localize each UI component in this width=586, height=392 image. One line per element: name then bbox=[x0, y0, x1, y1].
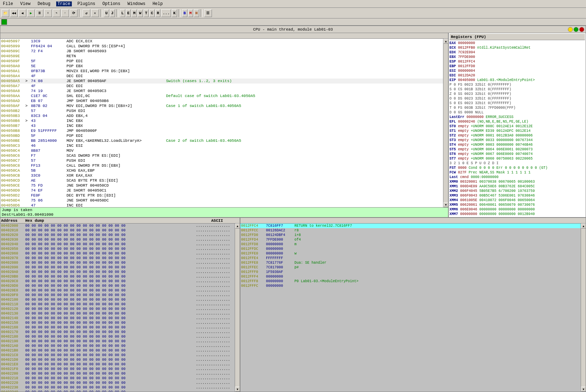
memory-row[interactable]: 004020E000 00 00 00 00 00 00 00 00 00 00… bbox=[0, 288, 235, 293]
toolbar-rewind-btn[interactable]: ◀◀ bbox=[10, 9, 18, 17]
disasm-row[interactable]: 004050AF>8B7B 02MOV EDI,DWORD PTR DS:[EB… bbox=[0, 103, 443, 108]
memory-scrollbar[interactable]: ▲ ▼ bbox=[235, 224, 240, 392]
memory-row[interactable]: 0040206000 00 00 00 00 00 00 00 00 00 00… bbox=[0, 251, 235, 256]
toolbar-h-btn[interactable]: H bbox=[194, 9, 199, 17]
toolbar-list-btn[interactable]: ☰ bbox=[204, 9, 212, 17]
window-btn-minimize[interactable] bbox=[568, 27, 573, 32]
memory-rows[interactable]: 0040200000 00 00 00 00 00 00 00 00 00 00… bbox=[0, 224, 235, 392]
memory-row[interactable]: 0040222000 00 00 00 00 00 00 00 00 00 00… bbox=[0, 381, 235, 385]
stack-row[interactable]: 0012FFD000124DBF4i+8 bbox=[240, 233, 581, 237]
disasm-row[interactable]: 00405097 13C9ADC ECX,ECX bbox=[0, 39, 443, 44]
disasm-row[interactable]: 004050CD AESCAS BYTE PTR ES:[EDI] bbox=[0, 178, 443, 183]
memory-row[interactable]: 0040203000 00 00 00 00 00 00 00 00 00 00… bbox=[0, 237, 235, 242]
memory-row[interactable]: 004021B000 00 00 00 00 00 00 00 00 00 00… bbox=[0, 348, 235, 353]
disasm-row[interactable]: 004050B3 83C3 04ADD EBX,4 bbox=[0, 113, 443, 118]
stack-row[interactable]: 0012FFF01F5930AF bbox=[240, 270, 581, 274]
memory-row[interactable]: 004020F000 00 00 00 00 00 00 00 00 00 00… bbox=[0, 293, 235, 297]
memory-row[interactable]: 0040210000 00 00 00 00 00 00 00 00 00 00… bbox=[0, 297, 235, 302]
disasm-row[interactable]: 004050A5>74 08JE SHORT 004050AFSwitch (c… bbox=[0, 79, 443, 84]
disasm-row[interactable]: 004050C3 46INC ESI bbox=[0, 143, 443, 148]
menu-trace[interactable]: Trace bbox=[56, 1, 72, 6]
memory-row[interactable]: 004021F000 00 00 00 00 00 00 00 00 00 00… bbox=[0, 367, 235, 371]
menu-windows[interactable]: Windows bbox=[126, 1, 147, 6]
toolbar-b-btn[interactable]: B bbox=[182, 9, 187, 17]
disasm-row[interactable]: 004050BD 5FPOP EDI bbox=[0, 133, 443, 138]
disasm-row[interactable]: 004050C8 FF13CALL DWORD PTR DS:[EBX] bbox=[0, 163, 443, 168]
memory-row[interactable]: 004021E000 00 00 00 00 00 00 00 00 00 00… bbox=[0, 362, 235, 367]
memory-row[interactable]: 0040211000 00 00 00 00 00 00 00 00 00 00… bbox=[0, 302, 235, 307]
memory-row[interactable]: 0040208000 00 00 00 00 00 00 00 00 00 00… bbox=[0, 261, 235, 265]
disasm-row[interactable]: 004050B8 E9 51FFFFFFJMP 00405000F bbox=[0, 128, 443, 133]
toolbar-step-out-btn[interactable]: ↑ bbox=[61, 9, 69, 17]
disasm-row[interactable]: 004050CA 5BXCHG EAX,EBP bbox=[0, 168, 443, 173]
disasm-row[interactable]: 004050AA C1E7 0CSHL EDI,0CDefault case o… bbox=[0, 93, 443, 98]
disasm-row[interactable]: 004050CE 75 FDJNE SHORT 004050CD bbox=[0, 183, 443, 188]
memory-row[interactable]: 0040200000 00 00 00 00 00 00 00 00 00 00… bbox=[0, 224, 235, 228]
disasm-row[interactable]: 004050A1 0FB73BMOVZX EDI,WORD PTR DS:[EB… bbox=[0, 69, 443, 74]
memory-row[interactable]: 0040205000 00 00 00 00 00 00 00 00 00 00… bbox=[0, 247, 235, 251]
toolbar-u-btn[interactable]: U bbox=[104, 9, 109, 17]
toolbar-c-btn[interactable]: C bbox=[149, 9, 155, 17]
disasm-row[interactable]: 0040509F 5FPOP EDI bbox=[0, 59, 443, 64]
stack-row[interactable]: 0012FFD47FFDE000of4 bbox=[240, 237, 581, 242]
disasm-row[interactable]: 0040509E RETN bbox=[0, 54, 443, 59]
mem-scroll-thumb[interactable] bbox=[235, 229, 240, 387]
stack-row[interactable]: 0012FFF800000000P0 Lab01-03.<ModuleEntry… bbox=[240, 279, 581, 284]
disasm-row[interactable]: 004050A4 4FDEC EDI bbox=[0, 74, 443, 79]
toolbar-close-btn[interactable]: ✕ bbox=[91, 9, 99, 17]
mem-scroll-up[interactable]: ▲ bbox=[235, 224, 240, 229]
stack-row[interactable]: 0012FFF400000000 bbox=[240, 274, 581, 279]
menu-debug[interactable]: Debug bbox=[36, 1, 52, 6]
stack-row[interactable]: 0012FFE000000000w bbox=[240, 251, 581, 256]
disasm-row[interactable]: 004050BE BB 28514000MOV EBX,<&KERNEL32.L… bbox=[0, 138, 443, 143]
disasm-row[interactable]: 004050A0 5EPOP EBX bbox=[0, 64, 443, 69]
disasm-row[interactable]: 004050B6>43INC EBX bbox=[0, 118, 443, 123]
memory-row[interactable]: 004020A000 00 00 00 00 00 00 00 00 00 00… bbox=[0, 270, 235, 274]
toolbar-pause-btn[interactable]: ⏸ bbox=[36, 9, 43, 17]
disasm-row[interactable]: 004050D0 74 EFJE SHORT 004050C1 bbox=[0, 188, 443, 193]
disasm-row[interactable]: 004050B7 43INC EBX bbox=[0, 123, 443, 128]
toolbar-open-btn[interactable]: 📁 bbox=[1, 9, 9, 17]
toolbar-k-btn[interactable]: K bbox=[172, 9, 177, 17]
memory-row[interactable]: 0040220000 00 00 00 00 00 00 00 00 00 00… bbox=[0, 371, 235, 376]
stack-row[interactable]: 0012FFE87C81776FDua: SE handler bbox=[240, 261, 581, 265]
toolbar-step-into-btn[interactable]: ⬇️ bbox=[44, 9, 52, 17]
toolbar-step-over-btn[interactable]: ↷ bbox=[53, 9, 60, 17]
toolbar-t-btn[interactable]: T bbox=[144, 9, 149, 17]
disasm-scroll-down[interactable]: ▼ bbox=[443, 202, 448, 207]
toolbar-w-btn[interactable]: W bbox=[138, 9, 143, 17]
disasm-row[interactable]: 004050D6 47INC EDI bbox=[0, 203, 443, 207]
memory-row[interactable]: 004021D000 00 00 00 00 00 00 00 00 00 00… bbox=[0, 358, 235, 362]
memory-row[interactable]: 0040212000 00 00 00 00 00 00 00 00 00 00… bbox=[0, 307, 235, 311]
stack-scroll-up[interactable]: ▲ bbox=[581, 224, 586, 229]
toolbar-back-btn[interactable]: ◀ bbox=[18, 9, 26, 17]
disasm-row[interactable]: 004050C4 8B87MOV bbox=[0, 148, 443, 153]
memory-row[interactable]: 004020B000 00 00 00 00 00 00 00 00 00 00… bbox=[0, 274, 235, 279]
stack-row[interactable]: 0012FFDC00000000 bbox=[240, 247, 581, 251]
disasm-row[interactable]: 004050AD EB 07JMP SHORT 004050B6 bbox=[0, 98, 443, 103]
memory-row[interactable]: 0040207000 00 00 00 00 00 00 00 00 00 00… bbox=[0, 256, 235, 261]
memory-row[interactable]: 0040217000 00 00 00 00 00 00 00 00 00 00… bbox=[0, 330, 235, 334]
toolbar-m-btn[interactable]: M bbox=[132, 9, 137, 17]
toolbar-animate-btn[interactable]: ⟳ bbox=[70, 9, 78, 17]
stack-scroll-down[interactable]: ▼ bbox=[581, 387, 586, 392]
stack-rows[interactable]: 0012FFC47C816FF7RETURN to kernel32.7C816… bbox=[240, 224, 581, 392]
disasm-scroll-up[interactable]: ▲ bbox=[443, 39, 448, 44]
stack-row[interactable]: 0012FFFC00000000 bbox=[240, 284, 581, 288]
stack-row[interactable]: 0012FFD800000000m bbox=[240, 242, 581, 247]
memory-row[interactable]: 0040201000 00 00 00 00 00 00 00 00 00 00… bbox=[0, 228, 235, 233]
disasm-row[interactable]: 004050A8 74 19JE SHORT 004050C3 bbox=[0, 88, 443, 93]
disasm-row[interactable]: 004050C7 57PUSH EDI bbox=[0, 158, 443, 163]
memory-row[interactable]: 0040221000 00 00 00 00 00 00 00 00 00 00… bbox=[0, 376, 235, 381]
memory-row[interactable]: 0040209000 00 00 00 00 00 00 00 00 00 00… bbox=[0, 265, 235, 270]
stack-row[interactable]: 0012FFEC7C817000p# bbox=[240, 265, 581, 270]
stack-scroll-thumb[interactable] bbox=[581, 229, 586, 387]
disasm-scrollbar[interactable]: ▲ ▼ bbox=[443, 39, 448, 207]
menu-file[interactable]: File bbox=[1, 1, 15, 6]
memory-row[interactable]: 004020D000 00 00 00 00 00 00 00 00 00 00… bbox=[0, 284, 235, 288]
menu-view[interactable]: View bbox=[19, 1, 32, 6]
memory-row[interactable]: 0040218000 00 00 00 00 00 00 00 00 00 00… bbox=[0, 334, 235, 339]
toolbar-run-btn[interactable]: ▶ bbox=[27, 9, 35, 17]
stack-scrollbar[interactable]: ▲ ▼ bbox=[581, 224, 586, 392]
menu-plugins[interactable]: Plugins bbox=[76, 1, 97, 6]
